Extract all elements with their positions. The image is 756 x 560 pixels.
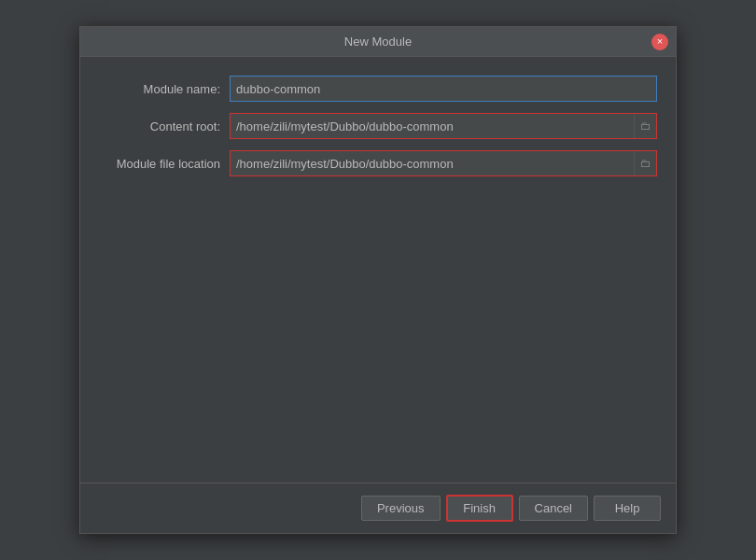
dialog-title: New Module xyxy=(344,35,412,49)
previous-button[interactable]: Previous xyxy=(361,496,441,521)
finish-button[interactable]: Finish xyxy=(446,495,513,522)
dialog-body: Module name: Content root: 🗀 Module file… xyxy=(80,57,676,483)
new-module-dialog: New Module × Module name: Content root: … xyxy=(79,26,677,534)
content-root-input[interactable] xyxy=(231,114,634,138)
module-name-input[interactable] xyxy=(231,77,656,101)
cancel-button[interactable]: Cancel xyxy=(519,496,588,521)
content-root-label: Content root: xyxy=(99,119,230,133)
module-file-location-input-wrapper: 🗀 xyxy=(230,150,657,176)
module-name-input-wrapper xyxy=(230,76,657,102)
body-spacer xyxy=(99,188,657,468)
dialog-footer: Previous Finish Cancel Help xyxy=(80,483,676,533)
dialog-overlay: New Module × Module name: Content root: … xyxy=(0,0,756,560)
module-file-location-row: Module file location 🗀 xyxy=(99,150,657,176)
folder-icon: 🗀 xyxy=(640,119,651,133)
module-name-label: Module name: xyxy=(99,82,230,96)
module-name-row: Module name: xyxy=(99,76,657,102)
module-file-location-input[interactable] xyxy=(231,151,634,175)
module-file-location-folder-button[interactable]: 🗀 xyxy=(634,151,656,175)
content-root-input-wrapper: 🗀 xyxy=(230,113,657,139)
close-button[interactable]: × xyxy=(651,34,668,50)
module-file-location-label: Module file location xyxy=(99,157,230,171)
dialog-titlebar: New Module × xyxy=(80,27,676,57)
folder-icon-2: 🗀 xyxy=(640,157,651,170)
content-root-folder-button[interactable]: 🗀 xyxy=(634,114,656,138)
content-root-row: Content root: 🗀 xyxy=(99,113,657,139)
help-button[interactable]: Help xyxy=(594,496,661,521)
